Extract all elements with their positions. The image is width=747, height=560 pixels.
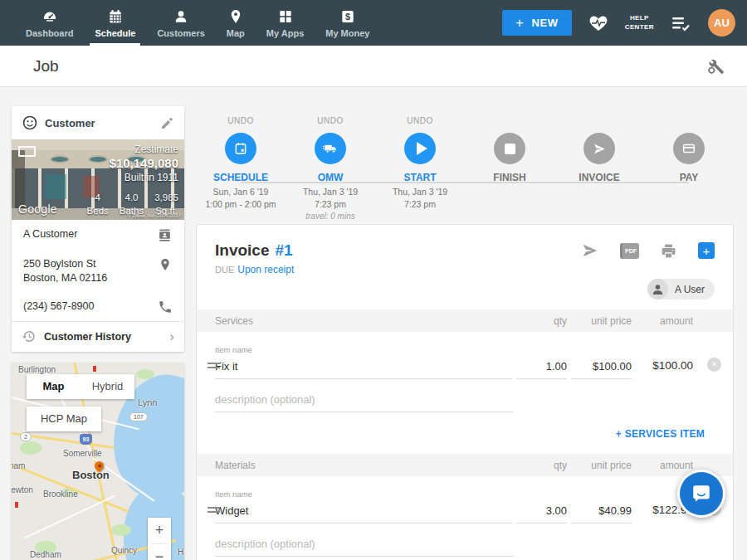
step-label: SCHEDULE (213, 172, 268, 183)
help-center-link[interactable]: HELP CENTER (625, 14, 654, 32)
material-unit-price-input[interactable] (571, 504, 632, 523)
material-description-input[interactable] (215, 538, 514, 557)
zestimate-overlay: Zestimate $10,149,080 Built in 1911 4Bed… (12, 139, 184, 220)
assignee-chip[interactable]: A User (647, 279, 715, 299)
address-line1: 250 Boylston St (23, 258, 96, 270)
service-item-name-input[interactable] (215, 360, 512, 379)
user-avatar[interactable]: AU (708, 9, 735, 37)
main-area: UNDO SCHEDULE Sun, Jan 6 '191:00 pm - 2:… (196, 87, 734, 560)
undo-start-button[interactable]: UNDO (407, 116, 432, 126)
phone-icon[interactable] (158, 299, 173, 314)
step-label: FINISH (493, 172, 525, 183)
chat-bubble-icon (680, 472, 723, 515)
nav-item-label: Map (227, 28, 245, 38)
hcp-map-button[interactable]: HCP Map (27, 407, 101, 431)
pdf-icon[interactable]: PDF (620, 243, 639, 259)
job-tools-icon[interactable] (706, 56, 725, 76)
map-pin-icon (227, 8, 244, 25)
timeline-step-start: UNDO START Thu, Jan 3 '197:23 pm (375, 116, 465, 221)
start-step-button[interactable] (404, 133, 436, 164)
content-area: Customer Zestimate (0, 87, 747, 560)
step-time: 1:00 pm - 2:00 pm (205, 199, 276, 209)
new-button[interactable]: + NEW (502, 10, 572, 36)
invoice-number-link[interactable]: #1 (275, 241, 292, 260)
google-watermark: Google (18, 202, 57, 216)
add-invoice-button[interactable]: + (698, 242, 715, 259)
due-label: DUE (215, 265, 234, 275)
nav-item-dashboard[interactable]: Dashboard (15, 0, 84, 46)
pay-step-button[interactable] (673, 133, 705, 164)
customer-history-link[interactable]: Customer History › (12, 322, 184, 352)
drag-handle[interactable] (208, 360, 220, 371)
drag-handle[interactable] (208, 504, 220, 515)
map-label-brookline: Brookline (43, 489, 78, 499)
customer-name-row: A Customer (12, 220, 184, 250)
step-time: 7:23 pm (404, 199, 436, 209)
customer-card-title: Customer (45, 117, 95, 129)
schedule-step-button[interactable] (225, 133, 256, 164)
services-header-band: Services qty unit price amount (197, 309, 733, 332)
print-icon[interactable] (660, 242, 677, 260)
step-label: START (403, 172, 436, 183)
stat-value: 3,985 (154, 191, 178, 204)
map-label-waltham: ham (12, 461, 25, 470)
amount-column-header: amount (632, 460, 693, 471)
invoice-step-button[interactable] (583, 133, 615, 164)
section-title: Materials (215, 460, 512, 471)
heart-pulse-icon[interactable] (588, 13, 608, 33)
omw-step-button[interactable] (315, 133, 346, 164)
service-qty-input[interactable] (516, 360, 567, 379)
zoom-in-button[interactable]: + (148, 518, 171, 543)
map-label-dedham: Dedham (30, 550, 61, 559)
chat-launcher[interactable] (677, 470, 725, 518)
service-unit-price-input[interactable] (571, 360, 632, 379)
nav-item-map[interactable]: Map (216, 0, 256, 46)
location-pin-icon[interactable] (158, 257, 173, 272)
nav-item-label: Schedule (95, 28, 135, 38)
nav-item-label: My Money (325, 28, 369, 38)
map-type-button[interactable]: Map (27, 374, 81, 399)
i93-shield: 93 (80, 434, 92, 445)
nav-item-my-money[interactable]: $ My Money (315, 0, 380, 46)
service-description-input[interactable] (215, 393, 514, 412)
customer-history-label: Customer History (44, 331, 131, 343)
map-park (20, 441, 42, 455)
help-line1: HELP (625, 14, 654, 23)
material-item-name-input[interactable] (215, 504, 512, 523)
finish-step-button[interactable] (494, 133, 525, 164)
contact-card-icon[interactable] (157, 227, 173, 243)
undo-schedule-button[interactable]: UNDO (227, 116, 253, 126)
page-header: Job (0, 46, 747, 87)
nav-item-customers[interactable]: Customers (146, 0, 215, 46)
step-date: Thu, Jan 3 '19 (303, 187, 358, 197)
help-line2: CENTER (625, 23, 654, 32)
map-label-burlington: Burlington (18, 365, 56, 374)
top-nav: Dashboard Schedule Customers Map My Apps… (0, 0, 747, 46)
unit-price-column-header: unit price (567, 315, 632, 327)
map-label-hingham: Hi (178, 548, 184, 557)
material-qty-input[interactable] (516, 504, 567, 523)
money-icon: $ (339, 8, 356, 25)
service-amount: $100.00 (632, 359, 693, 379)
truck-icon (322, 140, 339, 157)
add-services-item-button[interactable]: + SERVICES ITEM (616, 428, 705, 440)
timeline-step-schedule: UNDO SCHEDULE Sun, Jan 6 '191:00 pm - 2:… (196, 116, 286, 221)
send-invoice-icon[interactable] (581, 241, 599, 260)
address-line2: Boston, MA 02116 (23, 272, 107, 284)
plus-icon: + (515, 16, 525, 30)
credit-card-icon (681, 141, 696, 156)
task-list-icon[interactable] (671, 14, 691, 32)
zestimate-label: Zestimate (110, 144, 178, 156)
nav-item-my-apps[interactable]: My Apps (256, 0, 315, 46)
timeline-step-pay: PAY (644, 116, 734, 221)
map-widget[interactable]: Burlington Lynn 107 2 93 Somerville ham … (12, 363, 184, 560)
undo-omw-button[interactable]: UNDO (317, 116, 343, 126)
nav-item-schedule[interactable]: Schedule (84, 0, 146, 46)
remove-item-button[interactable]: × (707, 358, 721, 372)
due-value-link[interactable]: Upon receipt (237, 264, 294, 275)
customer-card: Customer Zestimate (12, 106, 184, 352)
hybrid-type-button[interactable]: Hybrid (81, 374, 134, 399)
zoom-out-button[interactable]: − (148, 544, 171, 560)
streetview-frame-icon[interactable] (18, 146, 36, 157)
edit-pencil-icon[interactable] (160, 116, 174, 130)
